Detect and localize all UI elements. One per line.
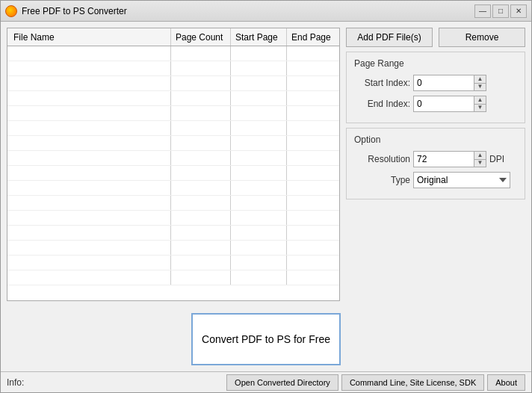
table-row <box>7 211 339 226</box>
end-index-spinner[interactable]: ▲ ▼ <box>413 96 486 112</box>
main-content: File Name Page Count Start Page End Page <box>1 22 531 307</box>
option-section: Option Resolution ▲ ▼ DPI <box>346 128 525 199</box>
table-row <box>7 121 339 136</box>
title-bar: Free PDF to PS Converter — □ ✕ <box>1 1 531 22</box>
table-row <box>7 136 339 151</box>
main-window: Free PDF to PS Converter — □ ✕ File Name… <box>0 0 532 393</box>
table-row <box>7 61 339 76</box>
table-row <box>7 270 339 285</box>
table-row <box>7 91 339 106</box>
resolution-row: Resolution ▲ ▼ DPI <box>354 151 517 167</box>
right-panel: Add PDF File(s) Remove Page Range Start … <box>346 28 525 301</box>
table-header: File Name Page Count Start Page End Page <box>7 28 339 46</box>
type-row: Type Original Grayscale Black and White <box>354 172 517 188</box>
open-directory-button[interactable]: Open Converted Directory <box>226 374 338 391</box>
resolution-label: Resolution <box>354 154 410 164</box>
file-list-panel: File Name Page Count Start Page End Page <box>7 28 340 301</box>
table-row <box>7 46 339 61</box>
remove-button[interactable]: Remove <box>439 28 525 47</box>
page-range-title: Page Range <box>354 58 517 69</box>
window-title: Free PDF to PS Converter <box>22 6 127 16</box>
convert-button[interactable]: Convert PDF to PS for Free <box>191 313 341 365</box>
table-row <box>7 106 339 121</box>
start-index-arrows: ▲ ▼ <box>474 75 486 90</box>
start-index-down[interactable]: ▼ <box>474 84 486 91</box>
end-index-down[interactable]: ▼ <box>474 105 486 112</box>
resolution-down[interactable]: ▼ <box>474 160 486 167</box>
table-row <box>7 151 339 166</box>
table-rows[interactable] <box>7 46 339 300</box>
type-select[interactable]: Original Grayscale Black and White <box>413 172 510 188</box>
table-row <box>7 256 339 270</box>
col-header-endpage: End Page <box>287 28 339 46</box>
app-icon <box>5 5 17 17</box>
resolution-up[interactable]: ▲ <box>474 152 486 160</box>
col-header-filename: File Name <box>7 28 171 46</box>
resolution-input[interactable] <box>414 152 474 167</box>
title-bar-left: Free PDF to PS Converter <box>5 5 127 17</box>
start-index-up[interactable]: ▲ <box>474 75 486 84</box>
start-index-spinner[interactable]: ▲ ▼ <box>413 75 486 91</box>
minimize-button[interactable]: — <box>474 4 491 18</box>
table-row <box>7 226 339 241</box>
col-header-startpage: Start Page <box>231 28 287 46</box>
option-title: Option <box>354 134 517 145</box>
status-bar: Info: Open Converted Directory Command L… <box>1 371 531 392</box>
add-pdf-button[interactable]: Add PDF File(s) <box>346 28 433 47</box>
title-controls: — □ ✕ <box>474 4 527 18</box>
maximize-button[interactable]: □ <box>492 4 509 18</box>
start-index-row: Start Index: ▲ ▼ <box>354 75 517 91</box>
table-row <box>7 241 339 256</box>
end-index-row: End Index: ▲ ▼ <box>354 96 517 112</box>
end-index-up[interactable]: ▲ <box>474 96 486 105</box>
page-range-section: Page Range Start Index: ▲ ▼ End Index: <box>346 52 525 123</box>
table-row <box>7 166 339 181</box>
about-button[interactable]: About <box>487 374 525 391</box>
col-header-pagecount: Page Count <box>171 28 231 46</box>
table-row <box>7 76 339 91</box>
start-index-label: Start Index: <box>354 78 410 88</box>
convert-area: Convert PDF to PS for Free <box>1 307 531 371</box>
file-table: File Name Page Count Start Page End Page <box>7 28 340 301</box>
table-row <box>7 181 339 196</box>
dpi-label: DPI <box>489 154 504 164</box>
resolution-arrows: ▲ ▼ <box>474 152 486 167</box>
status-info-label: Info: <box>7 377 223 388</box>
links-button[interactable]: Command Line, Site License, SDK <box>341 374 484 391</box>
close-button[interactable]: ✕ <box>510 4 527 18</box>
start-index-input[interactable] <box>414 75 474 90</box>
action-buttons: Add PDF File(s) Remove <box>346 28 525 47</box>
resolution-spinner[interactable]: ▲ ▼ <box>413 151 486 167</box>
end-index-input[interactable] <box>414 96 474 111</box>
table-row <box>7 196 339 211</box>
end-index-label: End Index: <box>354 99 410 109</box>
type-label: Type <box>354 175 410 185</box>
resolution-input-group: ▲ ▼ DPI <box>413 151 504 167</box>
end-index-arrows: ▲ ▼ <box>474 96 486 111</box>
